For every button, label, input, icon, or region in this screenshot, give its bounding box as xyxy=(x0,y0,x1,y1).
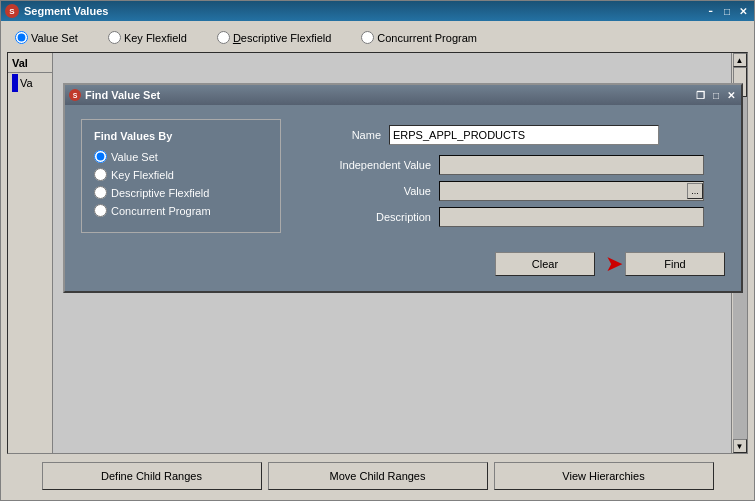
blue-indicator xyxy=(12,74,18,92)
value-row: Value ... xyxy=(301,181,725,201)
radio-key-flexfield[interactable]: Key Flexfield xyxy=(108,31,187,44)
scroll-up-btn[interactable]: ▲ xyxy=(733,53,747,67)
independent-value-row: Independent Value xyxy=(301,155,725,175)
title-bar: S Segment Values ╴ □ ✕ xyxy=(1,1,754,21)
find-radio-key-flexfield[interactable]: Key Flexfield xyxy=(94,168,268,181)
maximize-btn[interactable]: □ xyxy=(721,6,733,17)
right-side-fields: Name Independent Value Value xyxy=(301,125,725,277)
value-field[interactable]: ... xyxy=(439,181,704,201)
move-child-ranges-btn[interactable]: Move Child Ranges xyxy=(268,462,488,490)
minimize-btn[interactable]: ╴ xyxy=(706,6,718,17)
radio-concurrent-program[interactable]: Concurrent Program xyxy=(361,31,477,44)
description-row: Description xyxy=(301,207,725,227)
left-vals-header: Val xyxy=(8,53,52,73)
description-field[interactable] xyxy=(439,207,704,227)
find-dialog-restore-btn[interactable]: ❐ xyxy=(694,90,707,101)
radio-value-set[interactable]: Value Set xyxy=(15,31,78,44)
middle-area: Val Va ▲ ▼ S xyxy=(7,52,748,454)
find-dialog-icon: S xyxy=(69,89,81,101)
find-dialog-body: Find Values By Value Set Key Flexfield D… xyxy=(65,105,741,291)
independent-value-field[interactable] xyxy=(439,155,704,175)
find-radio-descriptive-flexfield[interactable]: Descriptive Flexfield xyxy=(94,186,268,199)
top-radio-row: Value Set Key Flexfield Descriptive Flex… xyxy=(7,27,748,48)
find-group-legend: Find Values By xyxy=(94,130,268,142)
find-dialog-controls: ❐ □ ✕ xyxy=(694,90,737,101)
name-input[interactable] xyxy=(389,125,659,145)
close-btn[interactable]: ✕ xyxy=(736,6,750,17)
window-title: Segment Values xyxy=(24,5,706,17)
clear-button[interactable]: Clear xyxy=(495,252,595,276)
dialog-buttons: Clear ➤ Find xyxy=(301,243,725,277)
find-radio-concurrent-program[interactable]: Concurrent Program xyxy=(94,204,268,217)
red-arrow-icon: ➤ xyxy=(605,251,623,277)
name-row: Name xyxy=(301,125,725,145)
bottom-buttons: Define Child Ranges Move Child Ranges Vi… xyxy=(7,458,748,494)
outer-window: S Segment Values ╴ □ ✕ Value Set Key Fle… xyxy=(0,0,755,501)
find-btn-group: ➤ Find xyxy=(605,251,725,277)
radio-descriptive-flexfield[interactable]: Descriptive Flexfield xyxy=(217,31,331,44)
find-button[interactable]: Find xyxy=(625,252,725,276)
independent-value-label: Independent Value xyxy=(301,159,431,171)
find-dialog-close-btn[interactable]: ✕ xyxy=(725,90,737,101)
main-content: Value Set Key Flexfield Descriptive Flex… xyxy=(1,21,754,500)
value-input[interactable] xyxy=(440,182,687,200)
left-vals-panel: Val Va xyxy=(8,53,53,453)
find-dialog: S Find Value Set ❐ □ ✕ Find Values By xyxy=(63,83,743,293)
define-child-ranges-btn[interactable]: Define Child Ranges xyxy=(42,462,262,490)
window-icon: S xyxy=(5,4,19,18)
name-label: Name xyxy=(301,129,381,141)
scroll-down-btn[interactable]: ▼ xyxy=(733,439,747,453)
left-vals-row: Va xyxy=(8,73,52,93)
view-hierarchies-btn[interactable]: View Hierarchies xyxy=(494,462,714,490)
title-bar-controls: ╴ □ ✕ xyxy=(706,6,750,17)
find-dialog-title-bar: S Find Value Set ❐ □ ✕ xyxy=(65,85,741,105)
value-label: Value xyxy=(301,185,431,197)
find-dialog-maximize-btn[interactable]: □ xyxy=(711,90,721,101)
find-values-by-group: Find Values By Value Set Key Flexfield D… xyxy=(81,119,281,233)
value-ellipsis-btn[interactable]: ... xyxy=(687,183,703,199)
description-label: Description xyxy=(301,211,431,223)
find-radio-value-set[interactable]: Value Set xyxy=(94,150,268,163)
find-dialog-title-text: Find Value Set xyxy=(85,89,160,101)
